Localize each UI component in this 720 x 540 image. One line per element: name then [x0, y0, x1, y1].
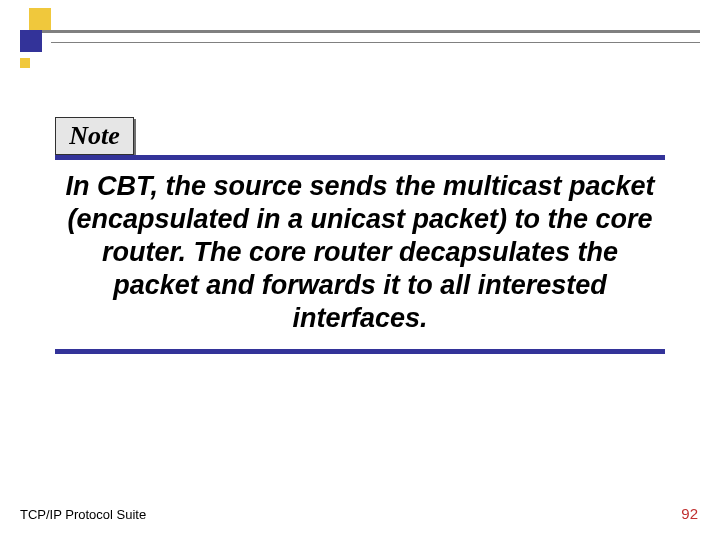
- decoration-rule-thick: [42, 30, 700, 33]
- body-text: In CBT, the source sends the multicast p…: [63, 170, 657, 335]
- slide: Note In CBT, the source sends the multic…: [0, 0, 720, 540]
- decoration-rule-thin: [51, 42, 700, 43]
- page-number: 92: [681, 505, 698, 522]
- content-block: In CBT, the source sends the multicast p…: [55, 155, 665, 354]
- decoration-square-yellow-small: [20, 58, 30, 68]
- note-label: Note: [69, 121, 120, 151]
- footer-left: TCP/IP Protocol Suite: [20, 507, 146, 522]
- decoration-square-yellow-top: [29, 8, 51, 30]
- note-badge: Note: [55, 117, 134, 155]
- decoration-square-blue: [20, 30, 42, 52]
